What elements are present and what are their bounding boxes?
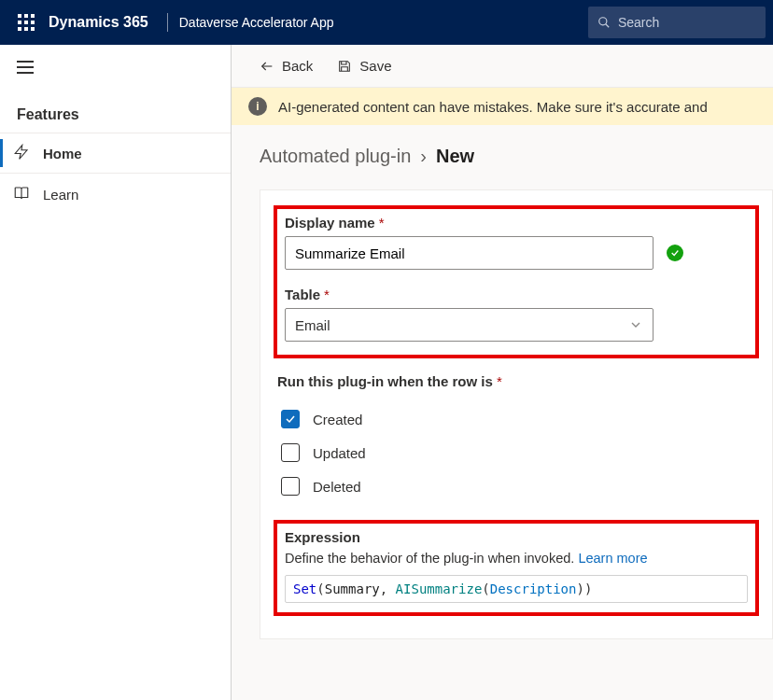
back-label: Back [282,58,313,74]
checkbox-deleted[interactable] [281,477,300,496]
breadcrumb-current: New [436,146,474,167]
breadcrumb-parent[interactable]: Automated plug-in [260,146,411,167]
learn-more-link[interactable]: Learn more [578,551,647,566]
display-name-input[interactable] [285,236,654,270]
code-token-aisummarize: AISummarize [396,581,483,596]
chevron-down-icon [628,317,643,332]
info-bar: i AI-generated content can have mistakes… [232,88,773,125]
app-name: Dataverse Accelerator App [176,15,334,30]
checkbox-updated[interactable] [281,443,300,462]
main-area: Back Save i AI-generated content can hav… [232,45,773,700]
svg-line-1 [606,24,609,27]
trigger-created-row: Created [274,402,759,436]
sidebar: Features Home Learn [0,45,232,700]
breadcrumb: Automated plug-in › New [260,146,773,167]
table-select[interactable]: Email [285,308,654,342]
display-name-label: Display name* [285,215,748,231]
sidebar-group-header: Features [0,90,231,133]
trigger-section-label: Run this plug-in when the row is * [277,373,755,389]
highlight-box-expression: Expression Define the behavior of the pl… [274,520,759,616]
checkbox-deleted-label: Deleted [313,479,361,495]
table-label: Table* [285,287,748,302]
search-input[interactable] [618,15,756,30]
save-icon [337,59,352,74]
svg-point-0 [599,18,607,25]
trigger-updated-row: Updated [274,436,759,469]
home-icon [13,144,30,163]
content-area: Automated plug-in › New Display name* [232,125,773,639]
code-token-description: Description [490,581,577,596]
brand-title: Dynamics 365 [45,14,160,31]
save-button[interactable]: Save [328,52,401,79]
command-bar: Back Save [232,45,773,88]
code-token-summary: Summary [325,581,380,596]
code-token-set: Set [293,581,316,596]
header-divider [167,13,168,32]
search-icon [597,15,611,30]
hamburger-icon [17,61,34,74]
waffle-icon [18,14,35,31]
sidebar-item-learn[interactable]: Learn [0,174,231,215]
valid-check-icon [667,245,683,261]
expression-label: Expression [285,529,748,545]
info-icon: i [248,97,267,116]
info-bar-text: AI-generated content can have mistakes. … [278,99,708,115]
sidebar-item-label: Home [43,146,82,161]
learn-icon [13,185,30,204]
sidebar-item-label: Learn [43,187,78,203]
back-arrow-icon [260,59,274,74]
search-box[interactable] [588,7,766,38]
highlight-box-name-table: Display name* Table* Email [274,205,759,358]
back-button[interactable]: Back [250,52,322,79]
top-header: Dynamics 365 Dataverse Accelerator App [0,0,773,45]
form-card: Display name* Table* Email [260,189,773,639]
chevron-right-icon: › [420,146,427,167]
table-select-value: Email [295,317,330,333]
expression-description: Define the behavior of the plug-in when … [285,551,748,566]
checkbox-created[interactable] [281,410,300,428]
checkbox-updated-label: Updated [313,445,366,461]
app-launcher-button[interactable] [7,0,45,45]
expression-editor[interactable]: Set(Summary, AISummarize(Description)) [285,575,748,603]
hamburger-button[interactable] [0,45,231,90]
save-label: Save [359,58,391,74]
trigger-deleted-row: Deleted [274,469,759,503]
sidebar-item-home[interactable]: Home [0,133,231,174]
checkbox-created-label: Created [313,412,362,427]
